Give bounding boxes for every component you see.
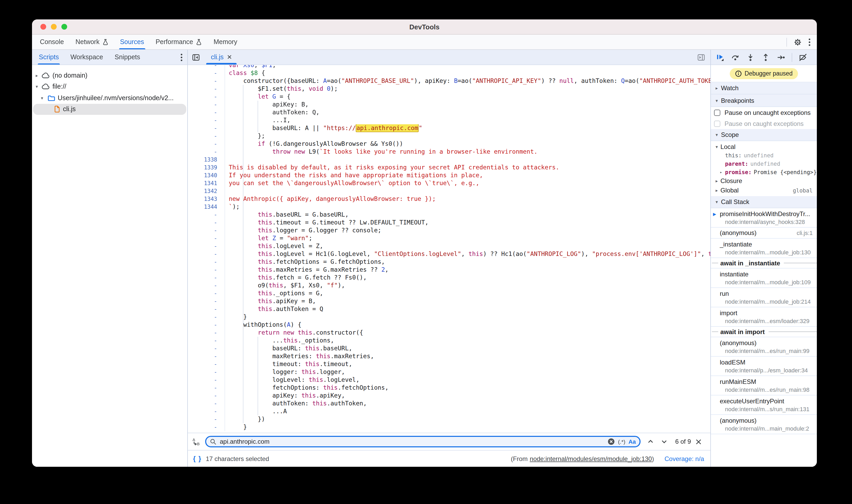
breakpoint-option-pause-on-uncaught-exceptions[interactable]: Pause on uncaught exceptions: [711, 107, 817, 118]
step-out-button[interactable]: [761, 53, 770, 61]
call-stack-frame-runmainesm[interactable]: runMainESMnode:internal/m...es/run_main:…: [711, 376, 817, 395]
gutter-marker[interactable]: -: [188, 242, 225, 250]
gutter-marker[interactable]: -: [188, 148, 225, 156]
checkbox-unchecked[interactable]: [714, 109, 720, 116]
checkbox-unchecked[interactable]: [714, 120, 720, 127]
pretty-print-icon[interactable]: { }: [193, 455, 201, 462]
gutter-marker[interactable]: -: [188, 211, 225, 219]
gutter-marker[interactable]: -: [188, 392, 225, 400]
gutter-marker[interactable]: -: [188, 116, 225, 124]
close-tab-icon[interactable]: ✕: [227, 54, 232, 61]
tree-item-users-jinhuilee-nvm-versions-node-v2[interactable]: ▾Users/jinhuilee/.nvm/versions/node/v2..…: [32, 92, 187, 104]
gutter-marker[interactable]: -: [188, 321, 225, 329]
call-stack-frame-run[interactable]: runnode:internal/m...module_job:214: [711, 288, 817, 307]
resume-script-button[interactable]: [715, 53, 725, 61]
replace-toggle-icon[interactable]: AB: [192, 437, 201, 446]
chevron-right-icon[interactable]: ▸: [36, 73, 38, 78]
clear-search-icon[interactable]: [607, 438, 615, 445]
gutter-marker[interactable]: -: [188, 415, 225, 423]
gutter-marker[interactable]: -: [188, 69, 225, 77]
toolbar-tab-network[interactable]: Network: [70, 35, 114, 49]
gutter-marker[interactable]: -: [188, 65, 225, 69]
step-over-button[interactable]: [731, 53, 740, 61]
gutter-marker[interactable]: -: [188, 337, 225, 345]
call-stack-frame-executeuserentrypoint[interactable]: executeUserEntryPointnode:internal/m...s…: [711, 395, 817, 415]
match-case-toggle-button[interactable]: Aa: [628, 438, 636, 445]
call-stack-frame-anonymous[interactable]: (anonymous)node:internal/m...es/run_main…: [711, 337, 817, 357]
close-search-icon[interactable]: [695, 438, 702, 445]
gutter-marker[interactable]: -: [188, 345, 225, 353]
scope-section-global[interactable]: ▸Globalglobal: [711, 186, 817, 195]
gutter-marker[interactable]: -: [188, 140, 225, 148]
gutter-marker[interactable]: -: [188, 298, 225, 305]
line-number[interactable]: 1342: [188, 187, 225, 195]
call-stack-frame-promiseinithookwithdestroytr[interactable]: ▶promiseInitHookWithDestroyTr...node:int…: [711, 208, 817, 228]
gutter-marker[interactable]: -: [188, 360, 225, 368]
chevron-right-icon[interactable]: ▸: [715, 178, 718, 183]
chevron-down-icon[interactable]: ▾: [36, 84, 38, 89]
gutter-marker[interactable]: -: [188, 266, 225, 274]
step-button[interactable]: [777, 53, 785, 61]
tree-item-cli-js[interactable]: cli.js: [32, 104, 187, 115]
scope-variable-parent[interactable]: parent: undefined: [711, 159, 817, 168]
call-stack-frame-anonymous[interactable]: (anonymous)cli.js:1: [711, 228, 817, 239]
hide-debugger-sidebar-icon[interactable]: [697, 53, 705, 61]
gutter-marker[interactable]: -: [188, 313, 225, 321]
line-number[interactable]: 1341: [188, 179, 225, 187]
navigator-tab-snippets[interactable]: Snippets: [109, 50, 146, 65]
coverage-link[interactable]: Coverage: n/a: [664, 455, 704, 462]
chevron-down-icon[interactable]: ▾: [41, 95, 43, 101]
gutter-marker[interactable]: -: [188, 423, 225, 431]
gutter-marker[interactable]: -: [188, 250, 225, 258]
toolbar-tab-sources[interactable]: Sources: [114, 35, 150, 49]
navigator-more-icon[interactable]: [180, 53, 182, 61]
line-number[interactable]: 1340: [188, 172, 225, 179]
chevron-right-icon[interactable]: ▸: [720, 170, 723, 174]
search-input[interactable]: [220, 438, 604, 445]
call-stack-frame-import[interactable]: importnode:internal/m...esm/loader:329: [711, 307, 817, 327]
toolbar-tab-performance[interactable]: Performance: [150, 35, 208, 49]
navigator-tab-workspace[interactable]: Workspace: [65, 50, 109, 65]
gutter-marker[interactable]: -: [188, 93, 225, 101]
chevron-down-icon[interactable]: ▾: [715, 144, 718, 149]
call-stack-section-header[interactable]: ▾ Call Stack: [711, 196, 817, 208]
navigator-tab-scripts[interactable]: Scripts: [33, 50, 65, 65]
call-stack-frame-instantiate[interactable]: _instantiatenode:internal/m...module_job…: [711, 239, 817, 258]
hide-navigator-icon[interactable]: [192, 53, 200, 61]
gutter-marker[interactable]: -: [188, 305, 225, 313]
scope-variable-promise[interactable]: ▸promise: Promise {<pending>}: [711, 168, 817, 176]
line-number[interactable]: 1343: [188, 195, 225, 203]
line-number[interactable]: 1339: [188, 164, 225, 172]
more-options-icon[interactable]: [809, 38, 811, 46]
watch-section-header[interactable]: ▸ Watch: [711, 82, 817, 94]
gutter-marker[interactable]: -: [188, 376, 225, 384]
toolbar-tab-memory[interactable]: Memory: [208, 35, 243, 49]
file-tab-cli-js[interactable]: cli.js ✕: [206, 50, 237, 65]
gutter-marker[interactable]: -: [188, 368, 225, 376]
code-editor[interactable]: -var Xs0, $F1;-class $8 {- constructor({…: [188, 65, 710, 433]
next-match-button[interactable]: [660, 438, 668, 445]
gutter-marker[interactable]: -: [188, 282, 225, 289]
call-stack-frame-instantiate[interactable]: instantiatenode:internal/m...module_job:…: [711, 269, 817, 288]
scope-section-header[interactable]: ▾ Scope: [711, 129, 817, 141]
scope-variable-this[interactable]: this: undefined: [711, 151, 817, 159]
toolbar-tab-console[interactable]: Console: [34, 35, 70, 49]
gutter-marker[interactable]: -: [188, 132, 225, 140]
gutter-marker[interactable]: -: [188, 289, 225, 298]
chevron-right-icon[interactable]: ▸: [715, 188, 718, 193]
source-mapping-link[interactable]: node:internal/modules/esm/module_job:130: [530, 455, 652, 462]
deactivate-breakpoints-button[interactable]: [798, 53, 807, 61]
gutter-marker[interactable]: -: [188, 329, 225, 337]
gutter-marker[interactable]: -: [188, 219, 225, 227]
gutter-marker[interactable]: -: [188, 353, 225, 360]
call-stack-frame-anonymous[interactable]: (anonymous)node:internal/m...main_module…: [711, 415, 817, 434]
gutter-marker[interactable]: -: [188, 109, 225, 116]
breakpoints-section-header[interactable]: ▾ Breakpoints: [711, 94, 817, 107]
tree-item-no-domain[interactable]: ▸(no domain): [32, 70, 187, 81]
line-number[interactable]: 1344: [188, 203, 225, 211]
gutter-marker[interactable]: -: [188, 234, 225, 242]
zoom-window-button[interactable]: [61, 24, 67, 30]
gutter-marker[interactable]: -: [188, 408, 225, 415]
line-number[interactable]: 1338: [188, 156, 225, 164]
gutter-marker[interactable]: -: [188, 227, 225, 234]
